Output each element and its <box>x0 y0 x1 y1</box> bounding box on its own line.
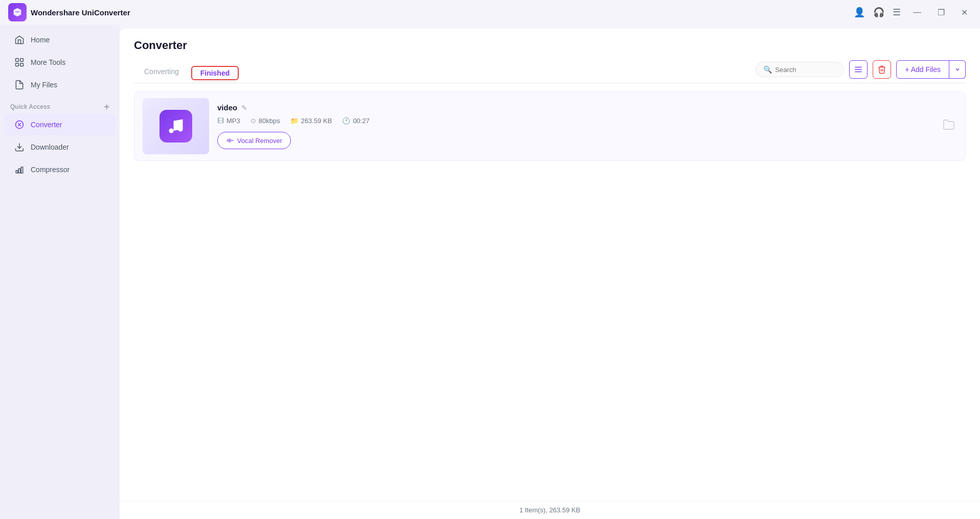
open-folder-button[interactable] <box>943 119 955 134</box>
app-name-text: Wondershare UniConverter <box>31 8 130 17</box>
size-icon: 📁 <box>290 117 299 125</box>
vocal-remover-label: Vocal Remover <box>237 137 282 145</box>
file-duration: 00:27 <box>353 117 370 125</box>
svg-rect-2 <box>16 63 19 66</box>
sidebar-item-downloader[interactable]: Downloader <box>4 136 116 158</box>
page-title: Converter <box>134 39 966 52</box>
folder-icon <box>943 119 955 131</box>
file-card: video ✎ 🎞 MP3 ⊙ 80kbps 📁 <box>134 91 966 161</box>
close-button[interactable]: ✕ <box>957 6 972 19</box>
tools-icon <box>14 57 25 67</box>
menu-icon[interactable]: ☰ <box>893 7 901 18</box>
search-input[interactable] <box>775 66 836 74</box>
titlebar-controls: 👤 🎧 ☰ — ❐ ✕ <box>854 6 972 19</box>
sidebar-item-more-tools[interactable]: More Tools <box>4 52 116 73</box>
svg-point-10 <box>178 127 183 132</box>
status-bar: 1 Item(s), 263.59 KB <box>120 501 980 519</box>
svg-rect-0 <box>16 59 19 62</box>
compressor-icon <box>14 164 25 175</box>
delete-button[interactable] <box>873 60 891 79</box>
sidebar-downloader-label: Downloader <box>31 143 69 151</box>
tabs-row: Converting Finished 🔍 <box>134 60 966 83</box>
file-name-row: video ✎ <box>217 103 957 112</box>
sidebar-my-files-label: My Files <box>31 81 57 89</box>
file-bitrate: 80kbps <box>259 117 280 125</box>
sidebar-converter-label: Converter <box>31 121 62 129</box>
file-name: video <box>217 103 237 112</box>
files-icon <box>14 80 25 90</box>
sidebar-compressor-label: Compressor <box>31 166 70 174</box>
svg-rect-1 <box>20 59 24 62</box>
format-icon: 🎞 <box>217 117 224 125</box>
file-info: video ✎ 🎞 MP3 ⊙ 80kbps 📁 <box>217 103 957 149</box>
svg-rect-3 <box>20 63 24 66</box>
bitrate-icon: ⊙ <box>250 117 256 125</box>
app-body: Home More Tools My Files Quick Access + <box>0 25 980 519</box>
downloader-icon <box>14 142 25 152</box>
quick-access-section: Quick Access + <box>0 96 120 113</box>
app-branding: Wondershare UniConverter <box>8 3 130 21</box>
file-meta: 🎞 MP3 ⊙ 80kbps 📁 263.59 KB 🕐 <box>217 117 957 125</box>
tabs: Converting Finished <box>134 62 241 81</box>
restore-button[interactable]: ❐ <box>933 6 949 19</box>
vocal-remover-button[interactable]: Vocal Remover <box>217 132 291 149</box>
svg-point-9 <box>169 129 174 133</box>
sidebar-item-compressor[interactable]: Compressor <box>4 159 116 180</box>
sidebar-item-home[interactable]: Home <box>4 29 116 51</box>
titlebar: Wondershare UniConverter 👤 🎧 ☰ — ❐ ✕ <box>0 0 980 25</box>
music-icon-bg <box>159 110 192 143</box>
app-logo <box>8 3 27 21</box>
sidebar: Home More Tools My Files Quick Access + <box>0 25 120 519</box>
search-icon: 🔍 <box>763 65 772 74</box>
add-files-group: + Add Files <box>896 60 966 79</box>
list-icon <box>854 65 863 74</box>
music-note-icon <box>167 117 185 135</box>
file-thumbnail <box>143 98 209 154</box>
content-header: Converter Converting Finished 🔍 <box>120 29 980 83</box>
toolbar: 🔍 <box>756 60 966 83</box>
quick-access-label: Quick Access <box>10 103 50 110</box>
profile-icon[interactable]: 👤 <box>854 7 865 18</box>
file-format: MP3 <box>226 117 240 125</box>
sidebar-item-converter[interactable]: Converter <box>4 114 116 135</box>
tab-finished[interactable]: Finished <box>191 66 239 80</box>
size-meta: 📁 263.59 KB <box>290 117 332 125</box>
file-size: 263.59 KB <box>301 117 332 125</box>
quick-access-add-button[interactable]: + <box>104 102 109 111</box>
sidebar-item-my-files[interactable]: My Files <box>4 74 116 96</box>
add-files-button[interactable]: + Add Files <box>896 60 949 79</box>
duration-meta: 🕐 00:27 <box>342 117 370 125</box>
format-meta: 🎞 MP3 <box>217 117 240 125</box>
bitrate-meta: ⊙ 80kbps <box>250 117 280 125</box>
waveform-icon <box>226 136 234 145</box>
trash-icon <box>877 65 886 74</box>
status-text: 1 Item(s), 263.59 KB <box>519 506 580 514</box>
chevron-down-icon <box>954 66 961 73</box>
search-box[interactable]: 🔍 <box>756 62 844 77</box>
content-body: video ✎ 🎞 MP3 ⊙ 80kbps 📁 <box>120 83 980 501</box>
converter-icon <box>14 120 25 130</box>
add-files-dropdown-button[interactable] <box>949 60 966 79</box>
home-icon <box>14 35 25 45</box>
headset-icon[interactable]: 🎧 <box>873 7 884 18</box>
minimize-button[interactable]: — <box>909 6 925 19</box>
sidebar-home-label: Home <box>31 36 50 44</box>
duration-icon: 🕐 <box>342 117 350 125</box>
list-view-button[interactable] <box>849 60 868 79</box>
main-content: Converter Converting Finished 🔍 <box>120 29 980 519</box>
sidebar-more-tools-label: More Tools <box>31 58 65 66</box>
tab-converting[interactable]: Converting <box>134 62 189 82</box>
file-edit-icon[interactable]: ✎ <box>241 104 247 112</box>
